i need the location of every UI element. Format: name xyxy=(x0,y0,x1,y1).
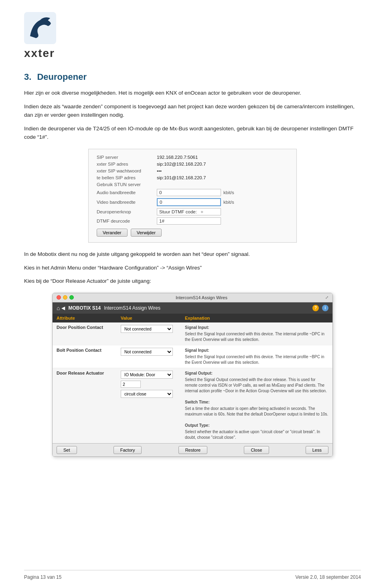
dtmf-deurcode-label: DTMF deurcode xyxy=(97,219,157,223)
mobotix-window: IntercomS14 Assign Wires ⤢ ⌂ ◀ MOBOTIX S… xyxy=(52,293,333,457)
paragraph-5: Kies in het Admin Menu onder “Hardware C… xyxy=(24,264,361,272)
table-column-headers: Attribute Value Explanation xyxy=(53,314,332,322)
table-row: Door Position Contact Not connected Sign… xyxy=(53,322,332,345)
close-button[interactable]: Close xyxy=(244,446,269,454)
video-bandbreedte-label: Video bandbreedte xyxy=(97,200,157,205)
paragraph-1: Hier zijn er ook diverse mogelijkheden. … xyxy=(24,89,361,97)
dtmf-deurcode-input[interactable]: 1# xyxy=(157,217,221,225)
table-row: Bolt Position Contact Not connected Sign… xyxy=(53,345,332,368)
te-bellen-sip-label: te bellen SIP adres xyxy=(97,175,157,180)
page-footer: Pagina 13 van 15 Versie 2.0, 18 septembe… xyxy=(24,570,361,580)
door-position-contact-explanation: Signal Input: Select the Signal Input co… xyxy=(185,325,328,343)
door-release-actuator-explanation: Signal Output: Select the Signal Output … xyxy=(185,371,328,440)
paragraph-6: Kies bij de “Door Release Actuator” de j… xyxy=(24,277,361,286)
door-release-actuator-value: IO Module: Door circuit close xyxy=(121,371,185,398)
sip-server-label: SIP server xyxy=(97,155,157,160)
deuropenerknop-label: Deuropenerknop xyxy=(97,209,157,214)
window-controls xyxy=(57,295,74,300)
brand-name: xxter xyxy=(24,47,361,60)
gebruik-stun-label: Gebruik STUN server xyxy=(97,182,157,187)
window-max-btn[interactable] xyxy=(69,295,74,300)
svg-point-1 xyxy=(47,19,48,21)
video-bandbreedte-unit: kbit/s xyxy=(223,200,234,205)
door-position-contact-value: Not connected xyxy=(121,325,185,333)
back-icon[interactable]: ◀ xyxy=(61,305,65,311)
version-info: Versie 2.0, 18 september 2014 xyxy=(296,574,361,580)
less-button[interactable]: Less xyxy=(306,446,328,454)
paragraph-2: Indien deze als “waarde zenden” componen… xyxy=(24,102,361,120)
mobotix-page-title-label: IntercomS14 Assign Wires xyxy=(104,305,309,311)
help-icon[interactable]: ? xyxy=(312,305,319,311)
window-min-btn[interactable] xyxy=(63,295,67,300)
mobotix-footer: Set Factory Restore Close Less xyxy=(53,443,332,456)
sip-settings-box: SIP server 192.168.220.7:5061 xxter SIP … xyxy=(88,149,297,243)
audio-bandbreedte-unit: kbit/s xyxy=(223,190,234,195)
verwijder-button[interactable]: Verwijder xyxy=(131,229,162,237)
info-icon[interactable]: i xyxy=(322,305,328,311)
audio-bandbreedte-label: Audio bandbreedte xyxy=(97,190,157,195)
xxter-logo-bird xyxy=(24,12,56,44)
window-close-btn[interactable] xyxy=(57,295,61,300)
bolt-position-contact-attr: Bolt Position Contact xyxy=(57,348,121,353)
switch-time-input[interactable] xyxy=(121,381,141,388)
door-release-actuator-select[interactable]: IO Module: Door xyxy=(121,371,173,379)
logo-area: xxter xyxy=(24,12,361,60)
sip-form-buttons: Verander Verwijder xyxy=(97,229,288,237)
bolt-position-contact-select[interactable]: Not connected xyxy=(121,348,173,356)
xxter-sip-adres-value: sip:102@192.168.220.7 xyxy=(157,162,206,166)
te-bellen-sip-value: sip:101@192.168.220.7 xyxy=(157,175,206,180)
audio-bandbreedte-input[interactable]: 0 xyxy=(157,189,221,196)
factory-button[interactable]: Factory xyxy=(113,446,142,454)
door-position-contact-select[interactable]: Not connected xyxy=(121,325,173,333)
mobotix-header-bar: ⌂ ◀ MOBOTIX S14 IntercomS14 Assign Wires… xyxy=(53,302,332,314)
restore-button[interactable]: Restore xyxy=(178,446,208,454)
resize-icon[interactable]: ⤢ xyxy=(325,295,328,300)
table-row: Door Release Actuator IO Module: Door ci… xyxy=(53,368,332,443)
col-value: Value xyxy=(121,316,185,320)
paragraph-3: Indien de deuropener via de T24/25 of ee… xyxy=(24,124,361,142)
set-button[interactable]: Set xyxy=(57,446,77,454)
output-type-select[interactable]: circuit close xyxy=(121,390,173,398)
xxter-sip-adres-label: xxter SIP adres xyxy=(97,162,157,166)
video-bandbreedte-input[interactable]: 0 xyxy=(157,198,221,206)
nav-icons: ⌂ ◀ xyxy=(57,305,65,311)
mobotix-table-body: Door Position Contact Not connected Sign… xyxy=(53,322,332,443)
door-release-actuator-attr: Door Release Actuator xyxy=(57,371,121,375)
col-explanation: Explanation xyxy=(185,316,328,320)
mobotix-model-label: MOBOTIX S14 xyxy=(68,305,101,311)
xxter-sip-wachtwoord-value: ••• xyxy=(157,168,162,173)
paragraph-4: In de Mobotix dient nu nog de juiste uit… xyxy=(24,250,361,259)
bolt-position-contact-value: Not connected xyxy=(121,348,185,356)
bolt-position-contact-explanation: Signal Input: Select the Signal Input co… xyxy=(185,348,328,365)
deuropenerknop-select[interactable]: Stuur DTMF code: ÷ xyxy=(157,208,221,215)
section-title: 3. Deuropener xyxy=(24,72,361,82)
mobotix-titlebar: IntercomS14 Assign Wires ⤢ xyxy=(53,293,332,302)
home-icon[interactable]: ⌂ xyxy=(57,305,60,311)
window-title: IntercomS14 Assign Wires xyxy=(78,295,325,300)
sip-server-value: 192.168.220.7:5061 xyxy=(157,155,198,160)
svg-rect-0 xyxy=(24,12,56,44)
xxter-sip-wachtwoord-label: xxter SIP wachtwoord xyxy=(97,168,157,173)
verander-button[interactable]: Verander xyxy=(97,229,128,237)
col-attribute: Attribute xyxy=(57,316,121,320)
page-info: Pagina 13 van 15 xyxy=(24,574,61,580)
door-position-contact-attr: Door Position Contact xyxy=(57,325,121,330)
